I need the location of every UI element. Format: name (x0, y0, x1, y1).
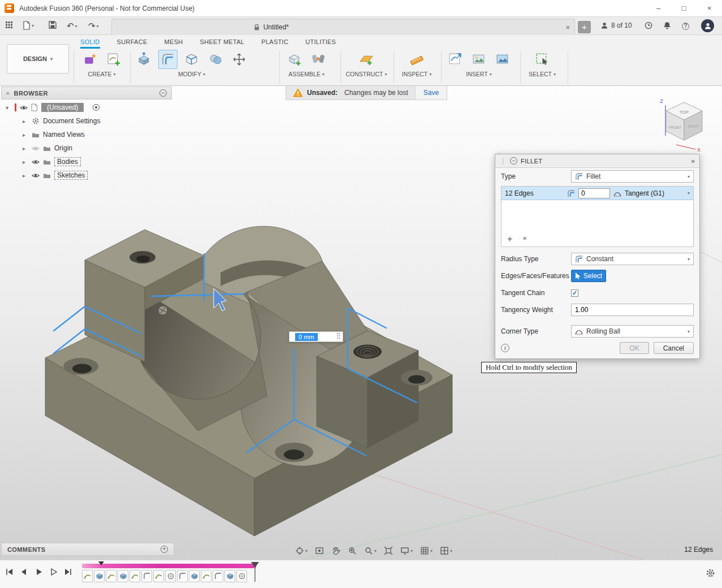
expander-icon[interactable]: ▸ (23, 159, 28, 165)
edge-set-row[interactable]: 12 Edges Tangent (G1) ▾ (501, 187, 693, 200)
shell-button[interactable] (182, 50, 201, 69)
timeline-feature-chamfer[interactable] (177, 570, 188, 582)
measure-button[interactable] (407, 50, 426, 69)
tree-item-document-settings[interactable]: ▸ Document Settings (1, 114, 172, 128)
activate-radio-icon[interactable] (93, 104, 100, 111)
timeline-feature-sketch[interactable] (82, 570, 93, 582)
pan-tool[interactable] (331, 546, 340, 555)
model-pillow-block[interactable] (45, 226, 452, 536)
tab-mesh[interactable]: MESH (165, 36, 183, 49)
display-settings-tool[interactable]: ▾ (400, 546, 413, 555)
go-to-start-button[interactable] (5, 567, 14, 577)
expander-icon[interactable]: ▸ (23, 145, 28, 152)
create-sketch-button[interactable] (104, 50, 123, 69)
visibility-off-eye-icon[interactable] (32, 146, 40, 151)
view-cube[interactable]: TOP FRONT RIGHT Z X (660, 98, 702, 153)
timeline-settings-gear-icon[interactable] (706, 568, 715, 580)
fillet-dialog-header[interactable]: ⋮ – FILLET » (495, 154, 699, 168)
maximize-button[interactable]: □ (671, 0, 697, 17)
construct-menu[interactable]: CONSTRUCT▾ (342, 71, 391, 77)
play-button[interactable] (34, 567, 44, 577)
timeline-feature-extrude[interactable] (94, 570, 105, 582)
visibility-eye-icon[interactable] (32, 159, 40, 165)
help-icon[interactable]: ? (682, 21, 689, 30)
tab-plastic[interactable]: PLASTIC (261, 36, 288, 49)
minimize-button[interactable]: – (646, 0, 671, 17)
tree-item-named-views[interactable]: ▸ Named Views (1, 128, 172, 141)
expander-icon[interactable]: ▸ (23, 118, 28, 124)
fillet-button-active[interactable] (158, 50, 178, 69)
tangency-weight-input[interactable] (571, 304, 694, 316)
remove-edge-set-button[interactable]: × (522, 234, 527, 244)
radius-type-dropdown[interactable]: Constant ▾ (571, 253, 694, 265)
look-at-tool[interactable] (315, 546, 324, 555)
visibility-eye-icon[interactable] (20, 105, 28, 110)
dimension-drag-handle-icon[interactable] (335, 332, 343, 341)
dialog-expand-icon[interactable]: » (691, 157, 695, 165)
visibility-eye-icon[interactable] (32, 173, 40, 178)
timeline-track[interactable] (82, 564, 256, 568)
redo-button[interactable]: ↷▾ (88, 21, 99, 31)
root-document-label[interactable]: (Unsaved) (41, 103, 84, 112)
modify-menu[interactable]: MODIFY▾ (135, 71, 249, 77)
cancel-button[interactable]: Cancel (654, 342, 694, 354)
step-forward-button[interactable] (49, 567, 58, 577)
select-menu[interactable]: SELECT▾ (522, 71, 562, 77)
user-avatar[interactable] (701, 19, 714, 32)
grid-snap-tool[interactable]: ▾ (420, 546, 433, 555)
tab-solid[interactable]: SOLID (80, 36, 100, 49)
dimension-value[interactable]: 0 mm (295, 333, 318, 341)
combine-button[interactable] (206, 50, 225, 69)
new-component-button[interactable] (285, 50, 304, 69)
corner-type-dropdown[interactable]: Rolling Ball ▾ (571, 325, 694, 338)
viewport-canvas[interactable]: TOP FRONT RIGHT Z X « BROWSER – ▾ (Unsav… (0, 86, 722, 560)
notifications-clock-icon[interactable] (645, 21, 652, 31)
insert-decal-button[interactable] (469, 50, 488, 69)
file-menu-button[interactable]: ▾ (23, 21, 34, 30)
browser-collapse-icon[interactable]: – (159, 89, 167, 97)
job-status[interactable]: 8 of 10 (600, 21, 632, 29)
new-tab-button[interactable]: + (578, 21, 591, 33)
create-form-button[interactable] (80, 50, 100, 69)
info-icon[interactable]: i (501, 344, 509, 352)
document-tab[interactable]: Untitled* × (111, 19, 575, 35)
timeline-feature-sketch[interactable] (201, 570, 211, 582)
timeline-feature-sketch[interactable] (129, 570, 140, 582)
undo-button[interactable]: ↶▾ (67, 21, 77, 31)
expander-open-icon[interactable]: ▾ (6, 105, 11, 111)
tab-sheet-metal[interactable]: SHEET METAL (200, 36, 245, 49)
timeline-feature-extrude[interactable] (189, 570, 200, 582)
joint-button[interactable] (309, 50, 328, 69)
close-button[interactable]: × (697, 0, 722, 17)
timeline-feature-extrude[interactable] (224, 570, 235, 582)
expander-icon[interactable]: ▸ (23, 132, 28, 138)
zoom-window-tool[interactable] (348, 546, 357, 555)
timeline-feature-hole[interactable] (236, 570, 247, 582)
tab-surface[interactable]: SURFACE (117, 36, 148, 49)
radius-dimension-input[interactable]: 0 mm (289, 331, 343, 342)
select-tool-button[interactable] (533, 50, 552, 69)
timeline-feature-sketch[interactable] (106, 570, 116, 582)
drag-dots-icon[interactable]: ⋮ (500, 157, 507, 165)
ok-button[interactable]: OK (620, 342, 648, 354)
timeline-feature-hole[interactable] (165, 570, 176, 582)
tree-root-row[interactable]: ▾ (Unsaved) (1, 101, 172, 114)
viewports-tool[interactable]: ▾ (440, 546, 452, 555)
fit-view-tool[interactable] (384, 546, 393, 555)
tree-item-origin[interactable]: ▸ Origin (1, 141, 172, 155)
tab-utilities[interactable]: UTILITIES (305, 36, 336, 49)
document-tab-close-icon[interactable]: × (565, 23, 570, 32)
add-edge-set-button[interactable]: + (507, 234, 512, 244)
timeline-marker[interactable] (98, 561, 104, 565)
step-back-button[interactable] (19, 567, 29, 577)
notification-bell-icon[interactable] (663, 21, 671, 31)
timeline-feature-sketch[interactable] (153, 570, 164, 582)
app-grid-icon[interactable] (5, 21, 13, 29)
tangent-chain-checkbox[interactable]: ✓ (571, 289, 578, 297)
orbit-tool[interactable]: ▾ (295, 546, 308, 555)
type-dropdown[interactable]: Fillet ▾ (571, 170, 694, 183)
press-pull-button[interactable] (135, 50, 154, 69)
add-comment-icon[interactable]: + (161, 546, 168, 553)
dialog-collapse-icon[interactable]: – (510, 157, 517, 165)
go-to-end-button[interactable] (63, 567, 73, 577)
